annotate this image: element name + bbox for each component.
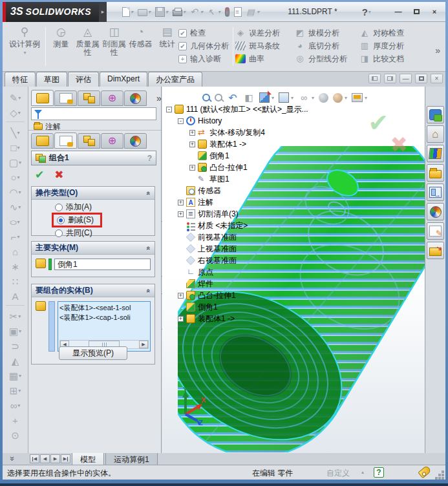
tree-item[interactable]: +装配体1 ->	[166, 138, 308, 150]
taskpane-explorer-button[interactable]	[427, 164, 444, 182]
dropdown-icon[interactable]: ▾	[18, 388, 21, 394]
radio-添加(A)[interactable]	[55, 204, 63, 211]
tree-item[interactable]: +注解	[166, 196, 308, 208]
taskpane-ball-button[interactable]	[427, 203, 444, 220]
body-list-item[interactable]: <装配体1>-<seat-1-sol	[59, 303, 149, 313]
dimxpertmanager-tab[interactable]	[101, 133, 123, 149]
tree-item[interactable]: 前视基准面	[166, 231, 308, 243]
restore-doc-icon[interactable]	[415, 74, 427, 83]
dropdown-icon[interactable]: ▾	[18, 110, 21, 116]
dropdown-icon[interactable]: ▾	[19, 373, 21, 379]
group-header[interactable]: 操作类型(O) «	[32, 187, 155, 200]
taskpane-recovery-button[interactable]	[427, 242, 444, 259]
symmetry-check-button[interactable]: ◭对称检查	[359, 28, 404, 38]
units-dropdown-icon[interactable]: ▴	[361, 469, 364, 475]
previous-view-button[interactable]: ↶	[227, 92, 239, 103]
thickness-analysis-button[interactable]: ▥厚度分析	[359, 41, 404, 51]
display-relations-button[interactable]: ∞▾	[3, 398, 28, 413]
options-button[interactable]: ▾	[245, 6, 261, 17]
ellipse-button[interactable]: ○▾	[3, 215, 28, 229]
scene-button[interactable]: ▾	[352, 93, 367, 102]
tree-item[interactable]: 倒角1	[166, 301, 308, 313]
maximize-button[interactable]	[409, 6, 423, 17]
tree-item[interactable]: -111 (默认<按加工> <<默认>_显示...	[166, 103, 308, 115]
minimize-button[interactable]: —	[391, 6, 405, 17]
sensor-button[interactable]: ◔传感器	[127, 26, 154, 48]
tree-item[interactable]: +凸台-拉伸1	[166, 290, 308, 301]
taskpane-library-button[interactable]	[427, 145, 444, 162]
tree-item[interactable]: -History	[166, 115, 308, 127]
zoom-fit-button[interactable]	[202, 94, 210, 101]
tree-item[interactable]: 传感器	[166, 185, 308, 196]
dropdown-icon[interactable]: ▾	[131, 9, 133, 15]
tree-item[interactable]: 草图1	[166, 173, 308, 185]
ok-button[interactable]: ✔	[35, 168, 44, 182]
radio-删减(S)[interactable]	[57, 217, 65, 224]
tree-filter-input[interactable]	[31, 107, 156, 120]
spline-button[interactable]: ∿▾	[3, 200, 28, 215]
tree-item[interactable]: 材质 <未指定>	[166, 220, 308, 231]
point-button[interactable]: ∗	[3, 259, 28, 274]
menu-flyout-arrow-icon[interactable]: ▸	[99, 2, 107, 22]
undo-button[interactable]: ▾	[189, 6, 204, 17]
collapse-icon[interactable]: -	[166, 107, 172, 112]
propertymanager-tab[interactable]	[54, 90, 77, 106]
panel-tabs-overflow[interactable]: »	[156, 93, 162, 103]
taskpane-palette-button[interactable]	[427, 184, 444, 201]
tree-item[interactable]: +凸台-拉伸1	[166, 162, 308, 173]
curvature-button[interactable]: 曲率	[235, 54, 280, 64]
expand-icon[interactable]: +	[189, 130, 195, 136]
tree-item[interactable]: 右视基准面	[166, 255, 308, 266]
minimize-doc-icon[interactable]: —	[400, 74, 412, 83]
print-button[interactable]: ▾	[171, 6, 187, 17]
polygon-button[interactable]: ⌂	[3, 244, 28, 259]
snap-button[interactable]: ∷	[3, 274, 28, 289]
open-file-button[interactable]: ▾	[136, 6, 152, 17]
arc-button[interactable]: ◠▾	[3, 185, 28, 200]
measure-button[interactable]: ◶测量	[48, 26, 74, 48]
appearances-button[interactable]: ▾	[333, 93, 347, 103]
cancel-button[interactable]: ✖	[54, 168, 63, 182]
tree-item[interactable]: +切割清单(3)	[166, 208, 308, 220]
dropdown-icon[interactable]: ▾	[17, 174, 20, 180]
check-entity-button[interactable]: ✔检查	[178, 28, 229, 38]
body-list-item[interactable]: <装配体1>-<cap-1-soli	[59, 313, 149, 322]
dropdown-icon[interactable]: ▾	[165, 9, 168, 15]
dropdown-icon[interactable]: ▾	[312, 95, 314, 101]
zebra-button[interactable]: 斑马条纹	[235, 41, 280, 51]
configurationmanager-tab[interactable]	[78, 133, 100, 149]
propertymanager-tab[interactable]	[54, 132, 77, 149]
file-properties-button[interactable]	[233, 6, 243, 17]
group-header[interactable]: 主要实体(M) «	[32, 242, 155, 255]
collapse-icon[interactable]: «	[145, 191, 153, 195]
resize-grip[interactable]	[442, 470, 444, 473]
dropdown-icon[interactable]: ▾	[17, 403, 20, 408]
prev-tab-button[interactable]: ◀	[40, 454, 50, 463]
help-icon[interactable]: ?	[362, 6, 368, 17]
slot-button[interactable]: ▢▾	[3, 155, 28, 170]
tag-icon[interactable]	[418, 465, 432, 479]
dimxpertmanager-tab[interactable]	[101, 90, 123, 106]
dropdown-icon[interactable]: ▾	[291, 95, 293, 101]
dropdown-icon[interactable]: ▾	[19, 189, 21, 195]
main-body-field[interactable]: 倒角1	[54, 259, 151, 270]
zoom-area-button[interactable]	[215, 94, 222, 101]
confirmation-corner-cancel-icon[interactable]: ✖	[390, 132, 408, 157]
radio-共同(C)[interactable]	[55, 229, 63, 237]
collapse-icon[interactable]: «	[145, 288, 153, 292]
smart-dimension-button[interactable]: ◇▾	[3, 105, 28, 120]
tree-item[interactable]: 焊件	[166, 278, 308, 290]
design-study-button[interactable]: ⚲ 设计算例 ▾	[6, 26, 43, 58]
offset-entities-button[interactable]: ⊃	[3, 339, 28, 354]
select-button[interactable]: ▾	[206, 6, 222, 17]
show-preview-button[interactable]: 显示预览(P)	[59, 346, 127, 360]
dropdown-icon[interactable]: ▾	[183, 9, 186, 15]
first-tab-button[interactable]: ◀	[30, 454, 39, 463]
close-doc-icon[interactable]: ×	[431, 74, 443, 83]
expand-icon[interactable]: +	[189, 165, 195, 171]
tab-特征[interactable]: 特征	[5, 72, 36, 88]
statistics-button[interactable]: ▤统计	[154, 26, 180, 48]
pane-left-icon[interactable]	[368, 74, 381, 83]
display-style-button[interactable]: ▾	[279, 92, 293, 103]
save-button[interactable]: ▾	[154, 6, 169, 17]
